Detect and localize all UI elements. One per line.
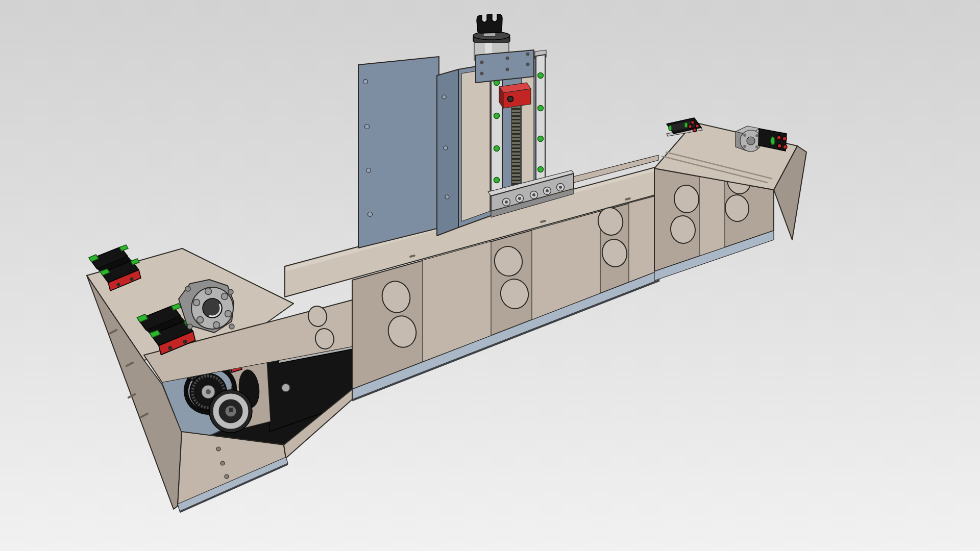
collet-nut [477, 14, 502, 33]
stepper-shaft-boss [747, 137, 755, 145]
timing-pulley-bore [206, 389, 211, 394]
nut-screw [508, 96, 513, 102]
bearing-bolt [213, 322, 220, 329]
plate-screw [366, 168, 371, 173]
corner-bolt [185, 286, 190, 291]
end-seal-red [696, 124, 699, 128]
mount-screw [526, 53, 530, 56]
plate-screw [363, 80, 368, 84]
bracket-red-insert [782, 137, 787, 141]
rail-bolt-green [538, 167, 544, 172]
right-wing-front-panel [699, 177, 725, 256]
bracket-green-insert [771, 137, 775, 145]
flange-bolt [755, 134, 758, 137]
flange-bolt [743, 145, 746, 148]
column-tan-strip [461, 69, 490, 221]
rail-bolt-green [494, 146, 500, 152]
bearing-bore [203, 298, 222, 318]
corner-bolt [229, 324, 234, 329]
mount-screw [506, 57, 509, 60]
end-seal-red [693, 129, 697, 132]
plate-screw [444, 146, 448, 150]
carriage-bolt [117, 283, 120, 287]
bearing-bolt [193, 299, 200, 306]
apron-hole [216, 447, 220, 451]
plate-screw [368, 212, 373, 217]
rail-bolt-green [538, 136, 544, 142]
motor-shaft-disc [282, 384, 290, 392]
plate-screw [442, 95, 446, 99]
bearing-bolt [222, 293, 228, 300]
rail-bolt-green [494, 113, 500, 119]
mount-screw [506, 68, 509, 71]
bracket-red-insert [777, 144, 781, 148]
bracket-red-insert [783, 145, 787, 149]
column-back-plate [358, 57, 439, 248]
grease-port-green [684, 122, 688, 128]
spindle-mount-plate [476, 50, 534, 83]
corner-bolt [187, 324, 192, 329]
column-side-plate [437, 69, 458, 236]
end-seal-green [119, 245, 128, 251]
flange-bolt [743, 134, 746, 137]
bracket-red-insert [777, 136, 781, 140]
bearing-bolt [225, 311, 232, 317]
machine-assembly [0, 0, 980, 551]
ballscrew-nut-block[interactable] [499, 83, 531, 108]
corner-bolt [228, 289, 233, 294]
rail-bolt-green [538, 106, 544, 111]
end-seal-red [689, 125, 692, 129]
flange-bolt [755, 145, 758, 148]
plate-screw [365, 124, 370, 129]
mount-screw [480, 72, 484, 76]
apron-hole [220, 461, 225, 465]
grease-port-green [669, 126, 672, 131]
bearing-block[interactable] [179, 280, 234, 333]
mount-screw [526, 63, 530, 66]
mount-screw [480, 61, 484, 64]
rail-bolt-green [494, 178, 500, 183]
rail-bolt-green [538, 73, 544, 79]
flanged-wheel-key [229, 408, 233, 412]
cad-viewport[interactable] [0, 0, 980, 551]
plate-screw [445, 195, 449, 199]
apron-hole [225, 474, 229, 479]
carriage-bolt [130, 278, 134, 281]
end-seal-red [691, 121, 695, 124]
bearing-bolt [205, 288, 212, 295]
bearing-bolt [197, 317, 204, 323]
